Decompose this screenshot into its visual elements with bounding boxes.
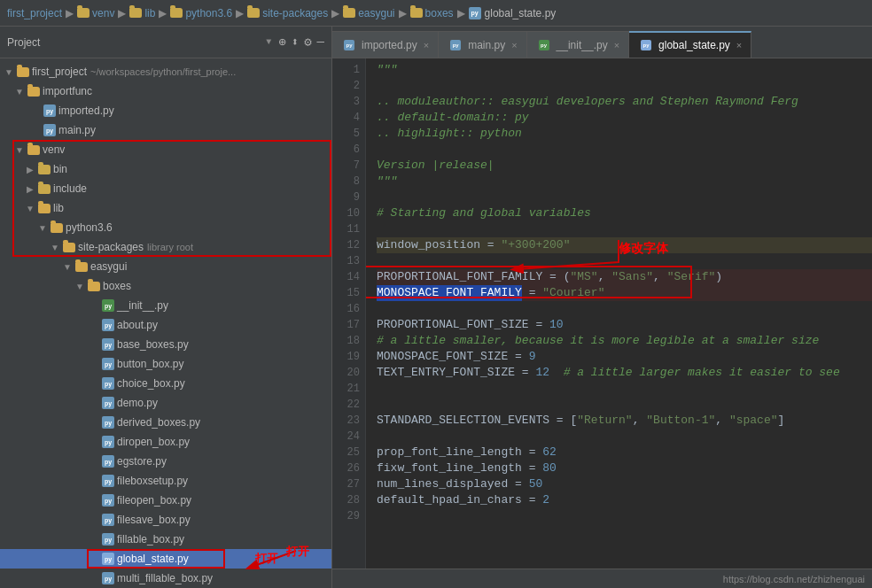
sidebar-item-easygui[interactable]: easygui: [0, 257, 331, 276]
sidebar-item-first-project[interactable]: first_project ~/workspaces/python/first_…: [0, 62, 331, 81]
tab-label-global-state: global_state.py: [658, 39, 730, 51]
sidebar-item-choice-box[interactable]: py choice_box.py: [0, 374, 331, 393]
tree-label-lib: lib: [53, 202, 64, 214]
sidebar-item-lib[interactable]: lib: [0, 198, 331, 218]
sidebar-item-egstore[interactable]: py egstore.py: [0, 452, 331, 471]
sidebar-item-filesave-box[interactable]: py filesave_box.py: [0, 510, 331, 530]
sidebar-tree: first_project ~/workspaces/python/first_…: [0, 58, 331, 588]
code-line-28: default_hpad_in_chars = 2: [377, 492, 872, 508]
arrow-site-packages: [50, 243, 60, 252]
folder-icon-bin: [38, 165, 51, 174]
code-line-12: window_position = "+300+200": [377, 237, 872, 253]
code-content[interactable]: """ .. moduleauthor:: easygui developers…: [366, 58, 872, 569]
tree-label-easygui: easygui: [90, 260, 127, 273]
code-line-4: .. default-domain:: py: [377, 110, 872, 126]
folder-icon-easygui: [343, 8, 355, 18]
code-line-25: prop_font_line_length = 62: [377, 445, 872, 460]
tree-label-global-state: global_state.py: [117, 553, 189, 565]
tree-label-python36: python3.6: [66, 221, 113, 234]
code-line-9: [377, 190, 872, 205]
sidebar-item-bin[interactable]: bin: [0, 159, 331, 179]
tree-label-egstore: egstore.py: [117, 455, 167, 468]
sidebar-item-init-py[interactable]: py __init__.py: [0, 296, 331, 315]
sidebar-item-fileopen-box[interactable]: py fileopen_box.py: [0, 491, 331, 510]
sidebar-collapse-icon[interactable]: ⬍: [292, 35, 299, 50]
sidebar-item-importfunc[interactable]: importfunc: [0, 81, 331, 101]
tab-label-init: __init__.py: [557, 39, 608, 51]
sidebar-item-imported-py[interactable]: py imported.py: [0, 101, 331, 120]
sidebar-item-include[interactable]: include: [0, 179, 331, 198]
code-line-20: TEXT_ENTRY_FONT_SIZE = 12 # a little lar…: [377, 365, 872, 381]
code-container[interactable]: 12345 678910 1112131415 1617181920 21222…: [332, 58, 872, 569]
editor-area: py imported.py × py main.py × py __init_…: [332, 27, 872, 588]
sidebar-item-about-py[interactable]: py about.py: [0, 315, 331, 335]
py-icon-main: py: [43, 124, 56, 136]
sidebar-icons: ⊕ ⬍ ⚙ —: [278, 35, 324, 50]
sidebar-item-diropen-box[interactable]: py diropen_box.py: [0, 432, 331, 452]
code-line-11: [377, 221, 872, 237]
sidebar-item-python36[interactable]: python3.6: [0, 218, 331, 237]
sidebar-settings-icon[interactable]: ⚙: [304, 35, 311, 50]
sidebar-item-site-packages[interactable]: site-packages library root: [0, 237, 331, 257]
tab-close-global-state[interactable]: ×: [736, 40, 742, 50]
tab-main-py[interactable]: py main.py ×: [439, 31, 526, 58]
tree-label-about-py: about.py: [117, 319, 158, 331]
folder-icon-venv: [27, 145, 40, 155]
sidebar-item-multi-fillable[interactable]: py multi_fillable_box.py: [0, 569, 331, 588]
folder-icon-boxes: [88, 282, 100, 291]
tree-suffix-first-project: ~/workspaces/python/first_proje...: [90, 66, 236, 77]
breadcrumb-site-packages[interactable]: site-packages: [262, 7, 328, 19]
tab-label-main: main.py: [468, 39, 505, 51]
breadcrumb-venv[interactable]: venv: [92, 7, 114, 19]
breadcrumb-easygui[interactable]: easygui: [358, 7, 394, 19]
sidebar: Project ▼ ⊕ ⬍ ⚙ — first_project ~/worksp…: [0, 27, 332, 588]
arrow-venv: [14, 145, 25, 155]
breadcrumb-lib[interactable]: lib: [144, 7, 155, 19]
py-icon-derived-boxes: py: [102, 416, 114, 429]
tab-bar: py imported.py × py main.py × py __init_…: [332, 27, 872, 58]
sidebar-item-button-box[interactable]: py button_box.py: [0, 354, 331, 374]
tab-global-state[interactable]: py global_state.py ×: [629, 31, 751, 58]
tree-label-fillable-box: fillable_box.py: [117, 533, 184, 545]
main-layout: Project ▼ ⊕ ⬍ ⚙ — first_project ~/worksp…: [0, 27, 872, 588]
breadcrumb-python36[interactable]: python3.6: [185, 7, 232, 19]
tab-imported-py[interactable]: py imported.py ×: [332, 31, 439, 58]
tab-init-py[interactable]: py __init__.py ×: [527, 31, 629, 58]
sidebar-item-base-boxes[interactable]: py base_boxes.py: [0, 335, 331, 354]
py-icon-choice-box: py: [102, 377, 114, 390]
py-icon-about: py: [102, 319, 114, 331]
sidebar-item-global-state[interactable]: py global_state.py: [0, 549, 331, 569]
sidebar-item-boxes[interactable]: boxes: [0, 276, 331, 296]
title-bar: first_project ▶ venv ▶ lib ▶ python3.6 ▶…: [0, 0, 872, 27]
breadcrumb-file: global_state.py: [485, 7, 557, 19]
py-icon-fileopen-box: py: [102, 494, 114, 507]
sidebar-item-venv[interactable]: venv: [0, 140, 331, 159]
code-line-19: MONOSPACE_FONT_SIZE = 9: [377, 349, 872, 365]
code-line-22: [377, 397, 872, 413]
sidebar-item-fillable-box[interactable]: py fillable_box.py: [0, 530, 331, 549]
folder-icon-site-packages: [247, 8, 260, 18]
sidebar-item-fileboxsetup[interactable]: py fileboxsetup.py: [0, 471, 331, 491]
sidebar-minimize-icon[interactable]: —: [317, 35, 324, 50]
py-icon-global-state: py: [102, 553, 114, 565]
breadcrumb-project[interactable]: first_project: [7, 7, 62, 19]
tab-close-main[interactable]: ×: [511, 40, 517, 50]
tab-close-imported[interactable]: ×: [424, 40, 429, 50]
arrow-include: [25, 184, 35, 194]
breadcrumb-boxes[interactable]: boxes: [425, 7, 454, 19]
sidebar-locate-icon[interactable]: ⊕: [278, 35, 285, 50]
arrow-first-project: [4, 67, 14, 77]
tree-label-boxes: boxes: [103, 280, 131, 292]
sidebar-item-derived-boxes[interactable]: py derived_boxes.py: [0, 413, 331, 432]
tree-label-fileopen-box: fileopen_box.py: [117, 494, 191, 507]
arrow-lib: [25, 204, 35, 213]
venv-section: venv bin include lib: [0, 140, 331, 257]
code-line-10: # Starting and global variables: [377, 205, 872, 221]
py-icon-egstore: py: [102, 455, 114, 468]
sidebar-item-demo[interactable]: py demo.py: [0, 393, 331, 413]
tab-close-init[interactable]: ×: [614, 40, 619, 50]
sidebar-item-main-py[interactable]: py main.py: [0, 120, 331, 140]
folder-icon-venv: [77, 8, 90, 18]
code-line-27: num_lines_displayed = 50: [377, 476, 872, 492]
py-icon-multi-fillable: py: [102, 572, 114, 584]
